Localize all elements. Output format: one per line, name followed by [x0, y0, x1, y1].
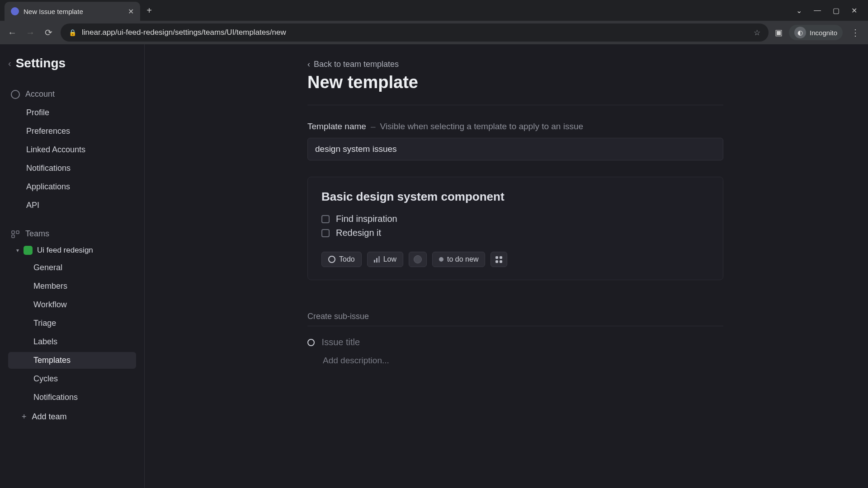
status-label: Todo	[339, 255, 355, 263]
priority-low-icon	[374, 256, 380, 263]
team-item-triage[interactable]: Triage	[8, 315, 136, 332]
svg-rect-1	[16, 231, 19, 234]
team-item-labels[interactable]: Labels	[8, 333, 136, 350]
more-properties-pill[interactable]	[491, 252, 507, 267]
divider	[307, 105, 723, 105]
linear-favicon	[11, 7, 19, 15]
caret-down-icon: ▾	[16, 247, 19, 253]
assignee-pill[interactable]	[409, 252, 427, 267]
label-dot-icon	[439, 257, 443, 262]
sidebar-item-api[interactable]: API	[8, 197, 136, 214]
team-row[interactable]: ▾ Ui feed redesign	[8, 243, 136, 258]
account-label: Account	[25, 89, 55, 99]
svg-rect-0	[12, 231, 14, 234]
status-pill[interactable]: Todo	[321, 252, 362, 267]
grid-icon	[495, 256, 502, 263]
checkbox-icon[interactable]	[321, 229, 330, 237]
settings-back-icon[interactable]: ‹	[8, 58, 11, 69]
back-icon[interactable]: ←	[6, 27, 18, 38]
url-bar[interactable]: 🔒 linear.app/ui-feed-redesign/settings/t…	[61, 23, 769, 42]
sidebar-item-preferences[interactable]: Preferences	[8, 123, 136, 140]
reload-icon[interactable]: ⟳	[42, 27, 54, 38]
sidebar-item-applications[interactable]: Applications	[8, 178, 136, 195]
settings-title: Settings	[16, 56, 66, 70]
team-item-workflow[interactable]: Workflow	[8, 296, 136, 313]
team-color-icon	[24, 246, 33, 255]
team-name: Ui feed redesign	[37, 246, 93, 255]
account-icon	[11, 90, 20, 99]
plus-icon: +	[22, 412, 27, 422]
priority-pill[interactable]: Low	[367, 252, 403, 267]
create-subissue-label: Create sub-issue	[307, 312, 723, 326]
minimize-icon[interactable]: —	[814, 6, 821, 15]
lock-icon: 🔒	[69, 29, 76, 36]
star-icon[interactable]: ☆	[754, 28, 760, 38]
new-tab-button[interactable]: +	[143, 4, 156, 17]
template-body-card: Basic design system component Find inspi…	[307, 177, 723, 280]
team-item-cycles[interactable]: Cycles	[8, 371, 136, 387]
settings-sidebar: ‹ Settings Account Profile Preferences L…	[0, 44, 145, 488]
subissue-description-input[interactable]	[323, 356, 739, 366]
template-name-label: Template name	[307, 122, 366, 131]
tab-title: New Issue template	[24, 8, 123, 15]
team-item-notifications[interactable]: Notifications	[8, 389, 136, 406]
status-todo-icon[interactable]	[307, 339, 315, 346]
teams-label: Teams	[25, 229, 49, 239]
incognito-icon: ◐	[794, 27, 806, 38]
team-item-members[interactable]: Members	[8, 278, 136, 295]
account-section[interactable]: Account	[8, 86, 136, 103]
team-item-templates[interactable]: Templates	[8, 352, 136, 369]
close-window-icon[interactable]: ✕	[851, 6, 857, 15]
add-team-button[interactable]: + Add team	[8, 406, 136, 424]
checklist-item[interactable]: Find inspiration	[321, 214, 709, 224]
sidebar-item-profile[interactable]: Profile	[8, 104, 136, 121]
back-to-templates-link[interactable]: ‹ Back to team templates	[307, 60, 723, 69]
svg-rect-2	[12, 235, 14, 238]
priority-label: Low	[383, 255, 396, 263]
main-content: ‹ Back to team templates New template Te…	[145, 44, 868, 488]
incognito-label: Incognito	[810, 29, 837, 37]
incognito-badge[interactable]: ◐ Incognito	[789, 25, 843, 40]
page-title: New template	[307, 73, 723, 92]
status-todo-icon	[328, 256, 335, 263]
chevron-left-icon: ‹	[307, 60, 310, 69]
url-text: linear.app/ui-feed-redesign/settings/tea…	[82, 28, 286, 37]
browser-menu-icon[interactable]: ⋮	[849, 27, 862, 38]
template-body-title[interactable]: Basic design system component	[321, 190, 709, 204]
checkbox-icon[interactable]	[321, 215, 330, 223]
team-item-general[interactable]: General	[8, 259, 136, 276]
teams-section[interactable]: Teams	[8, 225, 136, 242]
template-name-input[interactable]	[307, 138, 723, 160]
teams-icon	[11, 230, 20, 239]
maximize-icon[interactable]: ▢	[833, 6, 840, 15]
label-pill[interactable]: to do new	[432, 252, 485, 267]
dash: –	[371, 122, 376, 131]
template-name-hint: Visible when selecting a template to app…	[380, 122, 583, 131]
close-tab-icon[interactable]: ✕	[128, 7, 134, 16]
chevron-down-icon[interactable]: ⌄	[796, 6, 802, 15]
forward-icon[interactable]: →	[24, 27, 36, 38]
back-link-label: Back to team templates	[314, 60, 399, 69]
label-text: to do new	[447, 255, 478, 263]
subissue-title-input[interactable]	[322, 337, 723, 347]
assignee-icon	[414, 255, 422, 263]
sidebar-item-notifications[interactable]: Notifications	[8, 160, 136, 177]
extensions-icon[interactable]: ▣	[775, 28, 783, 38]
checklist-item-label: Find inspiration	[336, 214, 397, 224]
add-team-label: Add team	[32, 412, 67, 422]
checklist-item[interactable]: Redesign it	[321, 228, 709, 238]
checklist-item-label: Redesign it	[336, 228, 381, 238]
browser-tab[interactable]: New Issue template ✕	[5, 2, 140, 21]
sidebar-item-linked-accounts[interactable]: Linked Accounts	[8, 141, 136, 158]
